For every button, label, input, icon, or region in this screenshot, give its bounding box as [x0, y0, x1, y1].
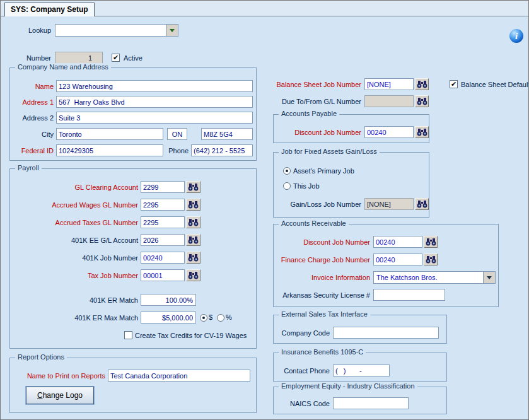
lookup-combobox[interactable]: [55, 24, 178, 37]
checkmark-icon: ✔: [451, 80, 456, 88]
assets-primary-job-radio[interactable]: [283, 167, 291, 175]
accrued-wages-label: Accrued Wages GL Number: [9, 201, 138, 209]
binoculars-icon: [417, 128, 427, 136]
balance-sheet-lookup-button[interactable]: [415, 78, 429, 90]
er-max-match-field[interactable]: [141, 312, 196, 324]
binoculars-icon: [417, 97, 427, 105]
naics-code-field[interactable]: [333, 397, 409, 409]
company-code-label: Company Code: [278, 329, 330, 337]
province-field[interactable]: [167, 128, 187, 140]
city-field[interactable]: [56, 128, 163, 140]
k401-ee-gl-lookup-button[interactable]: [186, 234, 201, 246]
chevron-down-icon: [170, 29, 175, 32]
accounts-receivable-title: Accounts Receivable: [279, 219, 349, 227]
change-logo-button[interactable]: Change Logo: [26, 387, 94, 404]
print-name-field[interactable]: [108, 370, 250, 382]
naics-code-label: NAICS Code: [278, 400, 330, 407]
assets-primary-job-label: Asset's Primary Job: [293, 167, 354, 175]
info-icon[interactable]: i: [509, 29, 523, 43]
due-to-from-label: Due To/From G/L Number: [273, 98, 361, 105]
phone-label: Phone: [163, 147, 189, 155]
k401-job-label: 401K Job Number: [9, 254, 138, 262]
company-setup-window: SYS: Company Setup Lookup i Number ✔ Act…: [0, 0, 529, 420]
accrued-taxes-field[interactable]: [141, 216, 185, 228]
company-code-field[interactable]: [333, 327, 439, 339]
gl-clearing-field[interactable]: [141, 181, 185, 193]
gainloss-job-label: Gain/Loss Job Number: [278, 201, 361, 208]
ar-discount-lookup-button[interactable]: [424, 236, 438, 248]
accrued-taxes-lookup-button[interactable]: [186, 216, 201, 228]
tab-sys-company-setup[interactable]: SYS: Company Setup: [4, 3, 95, 16]
lookup-label: Lookup: [6, 26, 51, 34]
invoice-information-label: Invoice Information: [273, 274, 370, 281]
k401-ee-gl-field[interactable]: [141, 234, 185, 246]
contact-phone-field[interactable]: [333, 365, 390, 376]
federal-id-field[interactable]: [56, 144, 163, 156]
ap-discount-lookup-button[interactable]: [415, 126, 429, 138]
accrued-wages-field[interactable]: [141, 199, 185, 211]
tax-job-field[interactable]: [141, 269, 185, 281]
finance-charge-job-field[interactable]: [373, 254, 422, 265]
this-job-radio[interactable]: [283, 182, 291, 190]
this-job-label: This Job: [293, 182, 320, 190]
report-options-group: Report Options: [9, 358, 257, 413]
report-options-title: Report Options: [15, 353, 67, 361]
k401-job-field[interactable]: [141, 252, 185, 264]
er-match-field[interactable]: [141, 294, 196, 306]
binoculars-icon: [188, 218, 199, 226]
dollar-radio[interactable]: [200, 314, 207, 322]
arkansas-license-field[interactable]: [373, 289, 445, 301]
balance-sheet-default-label: Balance Sheet Default: [461, 81, 529, 88]
due-to-from-field[interactable]: [364, 95, 414, 107]
balance-sheet-job-field[interactable]: [364, 78, 414, 90]
binoculars-icon: [188, 183, 199, 191]
er-match-label: 401K ER Match: [9, 296, 138, 304]
k401-job-lookup-button[interactable]: [186, 252, 201, 264]
insurance-title: Insurance Benefits 1095-C: [279, 348, 366, 356]
gainloss-job-field[interactable]: [364, 198, 414, 210]
balance-sheet-default-checkbox[interactable]: ✔: [450, 80, 458, 88]
lookup-dropdown-button[interactable]: [166, 25, 178, 36]
company-name-field[interactable]: [56, 80, 253, 92]
cv19-checkbox[interactable]: [124, 331, 132, 339]
tax-job-lookup-button[interactable]: [186, 269, 201, 281]
due-to-from-lookup-button[interactable]: [415, 95, 429, 107]
invoice-information-value: The Katchson Bros.: [374, 272, 483, 283]
arkansas-license-label: Arkansas Security License #: [273, 291, 370, 299]
tab-title: SYS: Company Setup: [11, 5, 88, 14]
active-checkbox[interactable]: ✔: [112, 54, 120, 62]
lookup-input[interactable]: [55, 25, 166, 36]
radio-dot: [202, 317, 205, 319]
number-label: Number: [6, 54, 51, 62]
binoculars-icon: [188, 271, 199, 279]
ap-discount-job-field[interactable]: [364, 126, 414, 138]
phone-field[interactable]: [191, 144, 253, 156]
chevron-down-icon: [487, 276, 492, 279]
company-group-title: Company Name and Address: [15, 63, 111, 71]
contact-phone-label: Contact Phone: [278, 367, 330, 375]
binoculars-icon: [417, 200, 427, 208]
gl-clearing-lookup-button[interactable]: [186, 181, 201, 193]
gainloss-lookup-button[interactable]: [415, 198, 429, 210]
employment-equity-title: Employment Equity - Industry Classificat…: [279, 382, 417, 390]
gl-clearing-label: GL Clearing Account: [9, 184, 138, 191]
address2-field[interactable]: [56, 112, 253, 124]
federal-id-label: Federal ID: [9, 147, 54, 155]
ar-discount-job-label: Discount Job Number: [273, 238, 370, 246]
invoice-dropdown-button[interactable]: [483, 272, 495, 283]
accrued-wages-lookup-button[interactable]: [186, 199, 201, 211]
finance-charge-lookup-button[interactable]: [424, 254, 438, 265]
finance-charge-job-label: Finance Charge Job Number: [273, 256, 370, 264]
ar-discount-job-field[interactable]: [373, 236, 422, 248]
radio-dot: [286, 170, 288, 172]
name-label: Name: [9, 83, 54, 90]
percent-radio[interactable]: [217, 314, 224, 322]
number-field[interactable]: [55, 52, 103, 64]
change-logo-label: Change Logo: [37, 391, 83, 400]
active-label: Active: [124, 54, 142, 62]
k401-ee-gl-label: 401K EE G/L Account: [9, 236, 138, 244]
invoice-information-dropdown[interactable]: The Katchson Bros.: [373, 271, 496, 284]
info-glyph: i: [515, 31, 518, 42]
address1-field[interactable]: [56, 96, 253, 108]
postal-code-field[interactable]: [201, 128, 253, 140]
